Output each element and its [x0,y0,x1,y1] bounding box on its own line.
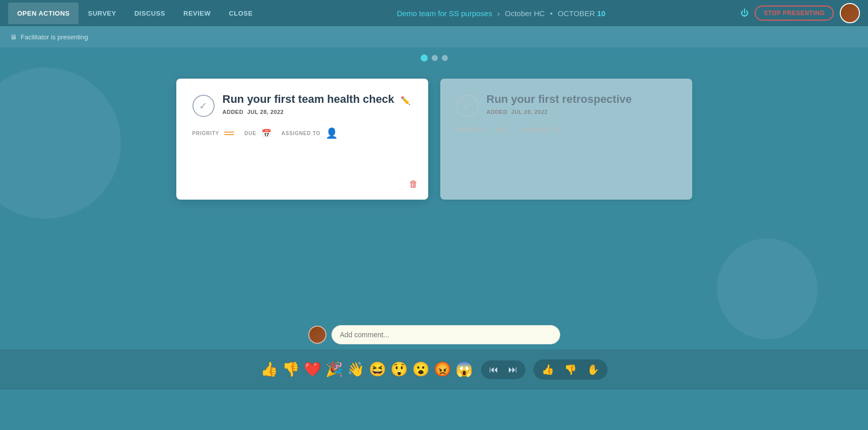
comment-area [308,325,560,344]
tab-close[interactable]: CLOSE [220,3,261,24]
avatar[interactable] [840,3,860,23]
card-fields-secondary: PRIORITY DUE ASSIGNED TO [456,127,676,133]
reaction-controls: 👍 👎 ✋ [533,359,608,380]
assigned-label: ASSIGNED TO [282,131,321,136]
card-fields-primary: PRIORITY DUE 📅 ASSIGNED TO 👤 [192,127,412,139]
carousel-dot-3[interactable] [442,55,448,61]
tab-open-actions[interactable]: OPEN ACTIONS [8,3,79,24]
tab-review[interactable]: REVIEW [174,3,220,24]
card-title-area-primary: Run your first team health check ✏️ ADDE… [223,93,412,115]
edit-title-button[interactable]: ✏️ [400,96,411,105]
assigned-field: ASSIGNED TO 👤 [282,127,339,139]
reaction-raise-hand-button[interactable]: ✋ [583,361,604,378]
added-label-primary: ADDED [223,109,244,115]
card-title-text-primary: Run your first team health check [223,93,394,105]
emoji-party[interactable]: 🎉 [325,362,343,377]
card-added-primary: ADDED Jul 28, 2022 [223,109,412,115]
sub-header: 🖥 Facilitator is presenting [0,26,868,47]
carousel-dot-1[interactable] [421,54,428,62]
nav-controls: ⏮ ⏭ [481,360,525,379]
due-field-secondary: DUE [496,127,511,133]
reaction-thumbsup-button[interactable]: 👍 [538,361,558,378]
assigned-field-secondary: ASSIGNED TO [521,127,564,133]
tab-survey[interactable]: SURVEY [79,3,125,24]
cards-area: ✓ Run your first team health check ✏️ AD… [176,79,692,200]
emoji-wow[interactable]: 😲 [390,362,408,377]
checkmark-icon-primary: ✓ [199,100,208,112]
nav-tabs: OPEN ACTIONS SURVEY DISCUSS REVIEW CLOSE [8,3,262,24]
reaction-thumbsdown-button[interactable]: 👎 [560,361,581,378]
avatar-image [841,4,859,22]
added-date-secondary: Jul 28, 2022 [511,109,548,115]
priority-label: PRIORITY [192,131,220,136]
carousel-dots [421,54,448,62]
check-circle-primary[interactable]: ✓ [192,95,215,117]
bottom-toolbar: 👍 👎 ❤️ 🎉 👋 😆 😲 😮 😡 😱 ⏮ ⏭ 👍 👎 ✋ [0,349,868,390]
emoji-scream[interactable]: 😱 [455,362,473,377]
bg-circle-left [0,68,121,219]
user-icon[interactable]: 👤 [325,127,338,139]
header-right: ⏻ STOP PRESENTING [741,3,860,23]
card-header-primary: ✓ Run your first team health check ✏️ AD… [192,93,412,117]
main-header: OPEN ACTIONS SURVEY DISCUSS REVIEW CLOSE… [0,0,868,26]
breadcrumb-team-link[interactable]: Demo team for SS purposes [397,9,492,18]
emoji-heart[interactable]: ❤️ [304,362,321,377]
tab-discuss[interactable]: DISCUSS [125,3,174,24]
emoji-angry[interactable]: 😡 [434,362,451,377]
emoji-laugh[interactable]: 😆 [369,362,386,377]
breadcrumb-separator: › [497,9,500,18]
assigned-label-secondary: ASSIGNED TO [521,127,561,133]
emoji-thumbsup[interactable]: 👍 [260,362,278,377]
facilitator-info: 🖥 Facilitator is presenting [10,33,88,41]
priority-icon[interactable] [224,132,234,135]
bg-circle-right [717,238,818,339]
breadcrumb-dot: • [550,9,553,18]
priority-field-secondary: PRIORITY [456,127,487,133]
emoji-surprised[interactable]: 😮 [412,362,430,377]
carousel-dot-2[interactable] [432,55,438,61]
priority-label-secondary: PRIORITY [456,127,484,133]
priority-line-2 [224,134,234,135]
nav-next-button[interactable]: ⏭ [504,362,521,377]
breadcrumb-session: October HC [505,9,545,18]
monitor-icon: 🖥 [10,33,17,41]
delete-button[interactable]: 🗑 [409,179,418,190]
card-title-text-secondary: Run your first retrospective [487,93,676,106]
comment-input[interactable] [331,325,560,344]
due-label-secondary: DUE [496,127,508,133]
facilitator-text: Facilitator is presenting [21,33,88,41]
due-label: DUE [244,131,256,136]
action-card-primary: ✓ Run your first team health check ✏️ AD… [176,79,428,200]
priority-line-1 [224,132,234,133]
emoji-wave[interactable]: 👋 [347,362,365,377]
added-date-primary: Jul 28, 2022 [247,109,284,115]
priority-field: PRIORITY [192,131,235,136]
card-title-primary: Run your first team health check ✏️ [223,93,412,106]
emoji-thumbsdown[interactable]: 👎 [282,362,300,377]
breadcrumb: Demo team for SS purposes › October HC •… [262,9,741,18]
due-field: DUE 📅 [244,129,272,138]
card-title-area-secondary: Run your first retrospective ADDED Jul 2… [487,93,676,115]
card-added-secondary: ADDED Jul 28, 2022 [487,109,676,115]
checkmark-icon-secondary: ✓ [463,100,472,112]
power-icon: ⏻ [741,9,749,18]
breadcrumb-number: 10 [597,9,606,18]
calendar-icon[interactable]: 📅 [261,129,272,138]
main-content: ✓ Run your first team health check ✏️ AD… [0,47,868,390]
action-card-secondary: ✓ Run your first retrospective ADDED Jul… [440,79,692,200]
nav-prev-button[interactable]: ⏮ [485,362,502,377]
breadcrumb-label: OCTOBER [558,9,595,18]
card-header-secondary: ✓ Run your first retrospective ADDED Jul… [456,93,676,117]
check-circle-secondary[interactable]: ✓ [456,95,479,117]
added-label-secondary: ADDED [487,109,508,115]
comment-avatar [308,326,326,344]
stop-presenting-button[interactable]: STOP PRESENTING [755,6,834,21]
